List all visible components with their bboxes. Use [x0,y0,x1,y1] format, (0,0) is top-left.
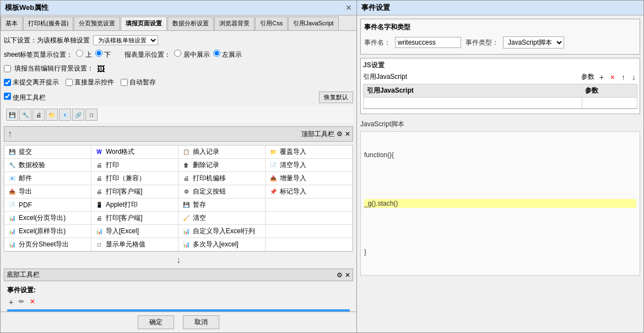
tool-cover-import[interactable]: 📁覆盖导入 [266,146,353,159]
toolbar-icon-tool[interactable]: 🔧 [19,109,31,121]
top-toolbar-label: 顶部工具栏 [301,130,334,139]
js-add-button[interactable]: + [598,73,605,82]
event-name-input[interactable] [395,37,461,48]
event-edit-button[interactable]: ✏ [17,297,26,307]
tool-show-cell-value-icon: □ [95,240,104,249]
js-table-body-ref [364,98,582,109]
tab-basic[interactable]: 基本 [1,17,23,30]
tool-custom-import-excel[interactable]: 📊自定义导入Excel行列 [178,225,266,238]
close-button[interactable]: ✕ [345,3,352,12]
checkbox-no-leave-label[interactable]: 未提交离开提示 [4,78,59,87]
js-down-button[interactable]: ↓ [630,73,637,82]
js-ref-label: 引用JavaScript [363,72,407,82]
checkbox-direct-show-label[interactable]: 直接显示控件 [66,78,114,87]
checkbox-direct-show[interactable] [66,79,73,86]
tab-fillreport[interactable]: 填报页面设置 [121,17,167,30]
tool-mark-import[interactable]: 📌标记导入 [266,185,353,198]
tab-css[interactable]: 引用Css [255,17,288,30]
tool-word[interactable]: WWord格式 [91,146,178,159]
toolbar-icon-rect[interactable]: □ [85,109,98,121]
tool-custom-import-excel-icon: 📊 [182,227,191,236]
top-toolbar-close-icon[interactable]: ✕ [345,130,350,138]
tool-show-cell-value[interactable]: □显示单元格值 [91,238,178,251]
right-panel-title: 事件设置 [357,1,643,15]
settings-gear-icon[interactable]: ⚙ [337,130,343,138]
tool-validate[interactable]: 🔧数据校验 [4,159,91,172]
tool-export[interactable]: 📤导出 [4,185,91,198]
event-delete-button[interactable]: ✕ [28,297,37,307]
toolbar-icon-folder[interactable]: 📁 [46,109,58,121]
settings-dropdown[interactable]: 为该模板单独设置 [93,35,158,45]
cancel-button[interactable]: 取消 [183,315,219,329]
event-name-section-title: 事件名字和类型 [364,23,636,32]
top-toolbar-section: ↑ 顶部工具栏 ⚙ ✕ [4,126,353,142]
js-script-editor[interactable]: function(){ _g().stach() } [360,131,640,276]
sheet-tab-down-label[interactable]: 下 [95,50,111,60]
tool-clear-import[interactable]: 📄清空导入 [266,159,353,172]
tool-custom-btn[interactable]: ⚙自定义按钮 [178,185,266,198]
up-arrow-button[interactable]: ↑ [7,128,13,140]
tool-print[interactable]: 🖨打印 [91,159,178,172]
tool-import-excel[interactable]: 📊导入[Excel] [91,225,178,238]
js-delete-button[interactable]: × [609,73,616,82]
use-toolbar-label[interactable]: 使用工具栏 [4,93,46,103]
js-up-button[interactable]: ↑ [620,73,627,82]
event-section: 事件设置: + ✏ ✕ 填报成功 [4,283,353,311]
report-center-label[interactable]: 居中展示 [174,50,209,60]
checkbox-no-leave[interactable] [4,79,11,86]
tool-submit[interactable]: 💾提交 [4,146,91,159]
restore-default-button[interactable]: 恢复默认 [319,92,353,103]
tool-pdf[interactable]: 📄PDF [4,198,91,212]
tool-excel-page-export[interactable]: 📊Excel(分页导出) [4,212,91,225]
toolbar-icon-save[interactable]: 💾 [6,109,18,121]
tab-printer[interactable]: 打印机(服务器) [23,17,73,30]
js-table: 引用JavaScript 参数 [363,84,637,109]
tool-import-excel-icon: 📊 [95,227,104,236]
report-center-radio[interactable] [174,50,181,57]
tab-javascript[interactable]: 引用JavaScript [288,17,338,30]
sheet-tab-up-radio[interactable] [76,50,83,57]
tool-mail[interactable]: 📧邮件 [4,172,91,185]
toolbar-icon-print[interactable]: 🖨 [33,109,45,121]
use-toolbar-checkbox[interactable] [4,93,11,100]
sheet-tab-up-label[interactable]: 上 [76,50,91,60]
report-left-label[interactable]: 左展示 [213,50,242,60]
event-type-label: 事件类型： [466,38,499,47]
tool-delete-record[interactable]: 🗑删除记录 [178,159,266,172]
tool-temp-save[interactable]: 💾暂存 [178,198,266,212]
bottom-toolbar-gear-icon[interactable]: ⚙ [337,271,343,279]
tool-page-sheet-export[interactable]: 📊分页分Sheet导出 [4,238,91,251]
event-type-select[interactable]: JavaScript脚本 [503,36,564,49]
tab-browserbg[interactable]: 浏览器背景 [214,17,255,30]
tool-print-compat-icon: 🖨 [95,174,104,183]
toolbar-icon-mail[interactable]: 📧 [59,109,71,121]
report-left-radio[interactable] [213,50,220,57]
settings-dropdown-row: 以下设置：为该模板单独设置 为该模板单独设置 [4,34,353,46]
tool-incr-import[interactable]: 📥增量导入 [266,172,353,185]
tool-print-compat[interactable]: 🖨打印（兼容） [91,172,178,185]
right-content: 事件名字和类型 事件名： 事件类型： JavaScript脚本 JS设置 引用J… [357,15,643,332]
tool-print-client2[interactable]: 🖨打印[客户端] [91,212,178,225]
tool-multi-import-excel[interactable]: 📊多次导入[excel] [178,238,266,251]
tab-pagination[interactable]: 分页预览设置 [74,17,120,30]
tool-print-client[interactable]: 🖨打印[客户端] [91,185,178,198]
tool-print-offset[interactable]: 🖨打印机偏移 [178,172,266,185]
down-arrow-button[interactable]: ↓ [4,254,353,266]
checkbox-auto-save-label[interactable]: 自动暂存 [121,78,156,87]
tab-dataanalysis[interactable]: 数据分析设置 [167,17,214,30]
event-name-row: 事件名： 事件类型： JavaScript脚本 [364,34,636,51]
tool-excel-raw-export[interactable]: 📊Excel(原样导出) [4,225,91,238]
tool-applet-print[interactable]: 📱Applet打印 [91,198,178,212]
fill-row-bg-row: 填报当前编辑行背景设置： 🖼 [4,63,353,74]
js-script-title: JavaScript脚本 [360,120,640,129]
sheet-tab-down-radio[interactable] [95,50,102,57]
event-add-button[interactable]: + [7,297,15,307]
fill-row-bg-checkbox[interactable] [4,65,11,72]
tool-insert-record[interactable]: 📋插入记录 [178,146,266,159]
toolbar-icon-chain[interactable]: 🔗 [72,109,84,121]
checkbox-auto-save[interactable] [121,79,128,86]
bottom-toolbar-close-icon[interactable]: ✕ [345,271,350,279]
js-action-buttons: 参数 + × ↑ ↓ [581,72,637,82]
tool-clear[interactable]: 🧹清空 [178,212,266,225]
confirm-button[interactable]: 确定 [138,315,174,329]
